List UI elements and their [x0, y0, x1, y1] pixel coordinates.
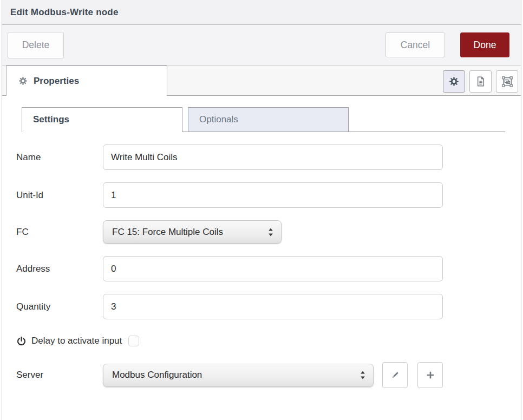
dialog-header: Edit Modbus-Write node [2, 0, 521, 25]
delay-checkbox[interactable] [128, 336, 139, 346]
fc-select[interactable]: FC 15: Force Multiple Coils [103, 220, 282, 244]
dialog-title: Edit Modbus-Write node [10, 7, 119, 18]
panel-tab-buttons [443, 70, 518, 93]
tab-properties[interactable]: Properties [6, 65, 167, 96]
unit-id-row: Unit-Id [16, 182, 521, 208]
fc-select-value: FC 15: Force Multiple Coils [112, 227, 263, 238]
address-input[interactable] [103, 256, 443, 281]
properties-panel-button[interactable] [443, 70, 465, 93]
unit-id-label: Unit-Id [16, 190, 103, 201]
edit-server-button[interactable] [382, 362, 408, 388]
server-select[interactable]: Modbus Configuration [103, 364, 374, 387]
address-row: Address [16, 256, 521, 281]
tab-optionals[interactable]: Optionals [188, 107, 349, 132]
panel-tab-bar: Properties [2, 65, 521, 96]
document-icon [475, 76, 486, 87]
up-down-arrows-icon [268, 228, 273, 237]
appearance-panel-button[interactable] [496, 70, 518, 93]
fc-label: FC [16, 227, 103, 238]
appearance-icon [501, 76, 513, 88]
name-label: Name [16, 152, 103, 163]
done-button[interactable]: Done [460, 32, 509, 57]
edit-node-dialog: Edit Modbus-Write node Delete Cancel Don… [2, 0, 521, 420]
name-row: Name [16, 145, 521, 170]
quantity-input[interactable] [103, 294, 443, 319]
server-select-value: Modbus Configuration [112, 370, 355, 380]
delete-button[interactable]: Delete [8, 32, 64, 58]
delay-row: Delay to activate input [16, 333, 521, 349]
name-input[interactable] [103, 145, 443, 170]
delay-label: Delay to activate input [31, 336, 122, 346]
gear-icon [18, 76, 28, 86]
tab-settings[interactable]: Settings [22, 107, 182, 132]
optionals-tab-label: Optionals [199, 114, 238, 125]
quantity-row: Quantity [16, 294, 521, 319]
fc-row: FC FC 15: Force Multiple Coils [16, 220, 521, 244]
description-panel-button[interactable] [469, 70, 492, 93]
address-label: Address [16, 264, 103, 274]
pencil-icon [390, 370, 400, 380]
dialog-toolbar: Delete Cancel Done [2, 25, 521, 65]
server-label: Server [16, 370, 103, 380]
properties-form: Settings Optionals Name Unit-Id FC FC 15… [2, 96, 521, 420]
properties-tab-label: Properties [34, 76, 79, 87]
add-server-button[interactable] [417, 362, 443, 388]
up-down-arrows-icon [360, 371, 365, 379]
power-icon [16, 336, 27, 346]
gear-icon [449, 76, 459, 87]
unit-id-input[interactable] [103, 182, 443, 208]
server-row: Server Modbus Configuration [16, 362, 521, 388]
plus-icon [425, 370, 436, 380]
editor-tab-bar: Settings Optionals [22, 107, 505, 132]
cancel-button[interactable]: Cancel [385, 32, 445, 57]
settings-tab-label: Settings [33, 114, 69, 125]
quantity-label: Quantity [16, 301, 103, 312]
